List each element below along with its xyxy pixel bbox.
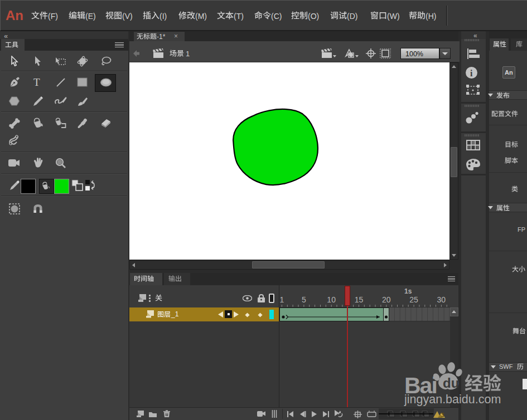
svg-text:3: 3 <box>441 412 444 418</box>
svg-text:i: i <box>470 69 473 78</box>
